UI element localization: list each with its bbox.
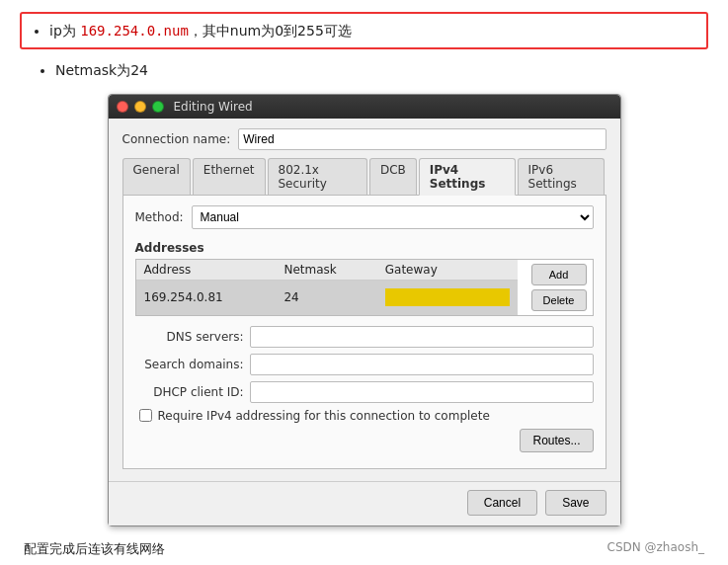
tab-ipv6[interactable]: IPv6 Settings <box>518 158 605 195</box>
dialog-body: Connection name: General Ethernet 802.1x… <box>109 119 620 481</box>
addresses-table-wrapper: Address Netmask Gateway 169.254.0.81 24 <box>135 259 594 316</box>
method-select[interactable]: Manual <box>192 205 594 229</box>
dns-label: DNS servers: <box>135 330 244 344</box>
routes-row: Routes... <box>135 429 594 452</box>
dialog-window: Editing Wired Connection name: General E… <box>108 94 621 526</box>
method-label: Method: <box>135 210 184 224</box>
require-ipv4-checkbox[interactable] <box>139 409 152 422</box>
dialog-titlebar: Editing Wired <box>109 95 620 119</box>
tab-general[interactable]: General <box>122 158 191 195</box>
annotation-line2: Netmask为24 <box>55 59 708 81</box>
require-ipv4-label: Require IPv4 addressing for this connect… <box>158 409 490 423</box>
col-netmask: Netmask <box>276 260 376 281</box>
search-input[interactable] <box>250 354 594 375</box>
annotation-line2-wrapper: Netmask为24 <box>20 59 708 81</box>
tab-ipv4[interactable]: IPv4 Settings <box>419 158 516 196</box>
table-row[interactable]: 169.254.0.81 24 <box>136 280 518 315</box>
page-wrapper: ip为 169.254.0.num，其中num为0到255可选 Netmask为… <box>0 0 728 565</box>
connection-name-row: Connection name: <box>122 128 607 150</box>
tab-ethernet[interactable]: Ethernet <box>193 158 266 195</box>
routes-button[interactable]: Routes... <box>520 429 593 452</box>
caption-left: 配置完成后连该有线网络 <box>24 540 165 558</box>
method-row: Method: Manual <box>135 205 594 229</box>
dns-input[interactable] <box>250 326 594 348</box>
dialog-title: Editing Wired <box>174 100 253 114</box>
save-button[interactable]: Save <box>545 490 606 516</box>
caption-right: CSDN @zhaosh_ <box>607 540 704 558</box>
tab-content-ipv4: Method: Manual Addresses Address Net <box>122 196 607 469</box>
annotation-box: ip为 169.254.0.num，其中num为0到255可选 <box>20 12 708 49</box>
addresses-table: Address Netmask Gateway 169.254.0.81 24 <box>136 260 518 315</box>
close-button[interactable] <box>117 101 128 113</box>
cancel-button[interactable]: Cancel <box>467 490 537 516</box>
addresses-buttons: Add Delete <box>526 260 593 315</box>
annotation-line1: ip为 169.254.0.num，其中num为0到255可选 <box>49 20 696 41</box>
tabs-row: General Ethernet 802.1x Security DCB IPv… <box>122 158 607 196</box>
dialog-footer: Cancel Save <box>109 481 620 525</box>
checkbox-row: Require IPv4 addressing for this connect… <box>139 409 594 423</box>
bottom-row: 配置完成后连该有线网络 CSDN @zhaosh_ <box>20 540 708 558</box>
tab-8021x[interactable]: 802.1x Security <box>268 158 367 195</box>
search-row: Search domains: <box>135 354 594 375</box>
dns-row: DNS servers: <box>135 326 594 348</box>
add-button[interactable]: Add <box>531 264 587 285</box>
maximize-button[interactable] <box>152 101 164 113</box>
cell-netmask: 24 <box>276 280 376 315</box>
connection-name-input[interactable] <box>238 128 606 150</box>
dhcp-row: DHCP client ID: <box>135 381 594 403</box>
cell-gateway <box>377 280 518 315</box>
connection-name-label: Connection name: <box>122 132 231 146</box>
delete-button[interactable]: Delete <box>531 289 587 311</box>
col-gateway: Gateway <box>377 260 518 281</box>
col-address: Address <box>136 260 277 281</box>
addresses-section: Addresses Address Netmask Gateway <box>135 241 594 316</box>
dhcp-input[interactable] <box>250 381 594 403</box>
cell-address: 169.254.0.81 <box>136 280 277 315</box>
minimize-button[interactable] <box>134 101 146 113</box>
dhcp-label: DHCP client ID: <box>135 385 244 399</box>
search-label: Search domains: <box>135 358 244 371</box>
tab-dcb[interactable]: DCB <box>369 158 417 195</box>
addresses-title: Addresses <box>135 241 594 255</box>
